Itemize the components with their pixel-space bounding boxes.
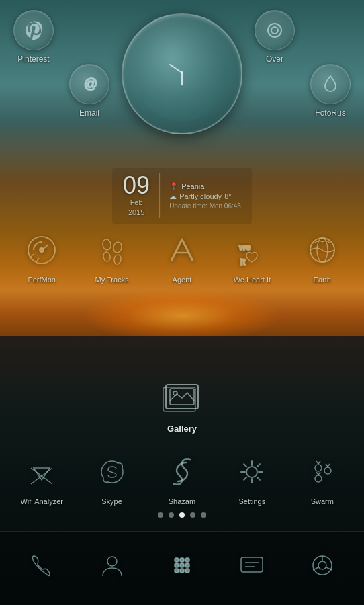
svg-point-2 bbox=[271, 27, 278, 34]
app-fotorus[interactable]: FotoRus bbox=[307, 64, 354, 118]
dock-apps[interactable] bbox=[161, 544, 203, 587]
gallery-label: Gallery bbox=[167, 424, 197, 434]
svg-point-25 bbox=[315, 465, 322, 471]
over-icon-circle bbox=[255, 10, 295, 50]
svg-point-34 bbox=[107, 557, 117, 566]
date-section: 09 Feb 2015 bbox=[123, 173, 160, 218]
clock-widget bbox=[122, 13, 242, 134]
app-settings[interactable]: Settings bbox=[220, 450, 284, 506]
over-label: Over bbox=[266, 54, 283, 64]
svg-point-40 bbox=[185, 563, 189, 567]
my-tracks-label: My Tracks bbox=[95, 276, 129, 284]
app-my-tracks[interactable]: My Tracks bbox=[80, 229, 144, 284]
pinterest-label: Pinterest bbox=[17, 54, 49, 64]
svg-point-42 bbox=[180, 569, 184, 573]
cloud-icon: ☁ bbox=[169, 192, 177, 201]
page-dot-2[interactable] bbox=[169, 512, 174, 518]
app-wifi-analyzer[interactable]: Wifi Analyzer bbox=[9, 450, 74, 506]
earth-icon bbox=[301, 229, 344, 272]
swarm-icon bbox=[301, 450, 344, 493]
page-dots bbox=[158, 512, 206, 518]
clock-outer bbox=[122, 13, 242, 134]
app-shazam[interactable]: Shazam bbox=[150, 450, 214, 506]
svg-rect-19 bbox=[163, 387, 195, 411]
svg-line-30 bbox=[328, 464, 330, 467]
page-dot-4[interactable] bbox=[190, 512, 195, 518]
date-month-year: Feb 2015 bbox=[123, 198, 150, 218]
svg-line-27 bbox=[318, 461, 320, 464]
app-over[interactable]: Over bbox=[251, 10, 298, 64]
perfmon-icon bbox=[20, 229, 63, 272]
app-row-2: Wifi Analyzer Skype Shazam Setti bbox=[0, 450, 364, 506]
app-email[interactable]: @ Email bbox=[66, 64, 113, 118]
gallery-row[interactable]: Gallery bbox=[161, 376, 203, 434]
fotorus-icon-circle bbox=[310, 64, 351, 104]
app-we-heart-it[interactable]: we it We Heart It bbox=[220, 229, 284, 284]
svg-rect-44 bbox=[241, 557, 263, 572]
svg-point-39 bbox=[180, 563, 184, 567]
page-dot-1[interactable] bbox=[158, 512, 163, 518]
app-perfmon[interactable]: PerfMon bbox=[9, 229, 74, 284]
svg-text:we: we bbox=[238, 242, 251, 252]
perfmon-label: PerfMon bbox=[28, 276, 56, 284]
swarm-label: Swarm bbox=[311, 497, 334, 506]
wifi-analyzer-label: Wifi Analyzer bbox=[20, 497, 63, 506]
app-pinterest[interactable]: Pinterest bbox=[10, 10, 57, 64]
fotorus-icon bbox=[320, 73, 341, 95]
skype-label: Skype bbox=[101, 497, 122, 506]
my-tracks-icon bbox=[91, 229, 134, 272]
svg-point-37 bbox=[185, 558, 189, 562]
svg-point-24 bbox=[246, 467, 257, 477]
svg-line-4 bbox=[170, 65, 182, 73]
app-skype[interactable]: Skype bbox=[80, 450, 144, 506]
sunset-glow bbox=[81, 289, 283, 343]
svg-line-8 bbox=[42, 245, 48, 250]
agent-icon bbox=[161, 229, 203, 272]
skype-icon bbox=[91, 450, 134, 493]
app-swarm[interactable]: Swarm bbox=[290, 450, 355, 506]
earth-label: Earth bbox=[314, 276, 331, 284]
wifi-analyzer-icon bbox=[20, 450, 63, 493]
we-heart-it-icon: we it bbox=[230, 229, 273, 272]
svg-point-38 bbox=[175, 563, 179, 567]
location-pin-icon: 📍 bbox=[169, 182, 179, 191]
page-dot-3[interactable] bbox=[179, 512, 185, 518]
svg-point-5 bbox=[181, 71, 183, 74]
over-icon bbox=[264, 19, 285, 41]
svg-point-36 bbox=[180, 558, 184, 562]
agent-label: Agent bbox=[173, 276, 192, 284]
fotorus-label: FotoRus bbox=[315, 108, 345, 118]
svg-text:it: it bbox=[240, 257, 246, 267]
weather-update: Update time: Mon 06:45 bbox=[169, 202, 241, 210]
weather-section: 📍 Peania ☁ Partly cloudy 8° Update time:… bbox=[169, 182, 241, 210]
weather-description: ☁ Partly cloudy 8° bbox=[169, 192, 241, 201]
clock-inner bbox=[135, 27, 229, 121]
app-row-1: PerfMon My Tracks Agent bbox=[0, 229, 364, 284]
we-heart-it-label: We Heart It bbox=[234, 276, 271, 284]
gallery-icon bbox=[161, 376, 203, 419]
clock-hands bbox=[155, 46, 209, 102]
dock-messages[interactable] bbox=[230, 544, 273, 587]
email-icon-circle: @ bbox=[69, 64, 109, 104]
svg-line-33 bbox=[318, 472, 320, 475]
svg-point-31 bbox=[315, 475, 322, 482]
svg-point-43 bbox=[185, 569, 189, 573]
page-dot-5[interactable] bbox=[201, 512, 206, 518]
svg-point-48 bbox=[318, 561, 326, 569]
svg-point-35 bbox=[175, 558, 179, 562]
svg-point-12 bbox=[113, 254, 121, 265]
dock-chrome[interactable] bbox=[301, 544, 344, 587]
date-day: 09 bbox=[123, 173, 150, 198]
svg-point-9 bbox=[101, 239, 111, 251]
app-agent[interactable]: Agent bbox=[150, 229, 214, 284]
pinterest-icon-circle bbox=[13, 10, 54, 50]
svg-point-1 bbox=[268, 24, 281, 37]
svg-point-10 bbox=[112, 241, 122, 253]
email-icon: @ bbox=[79, 73, 100, 95]
dock-phone[interactable] bbox=[20, 544, 63, 587]
settings-icon bbox=[230, 450, 273, 493]
dock-contacts[interactable] bbox=[91, 544, 134, 587]
app-earth[interactable]: Earth bbox=[290, 229, 355, 284]
bottom-dock bbox=[0, 531, 364, 605]
shazam-icon bbox=[161, 450, 203, 493]
